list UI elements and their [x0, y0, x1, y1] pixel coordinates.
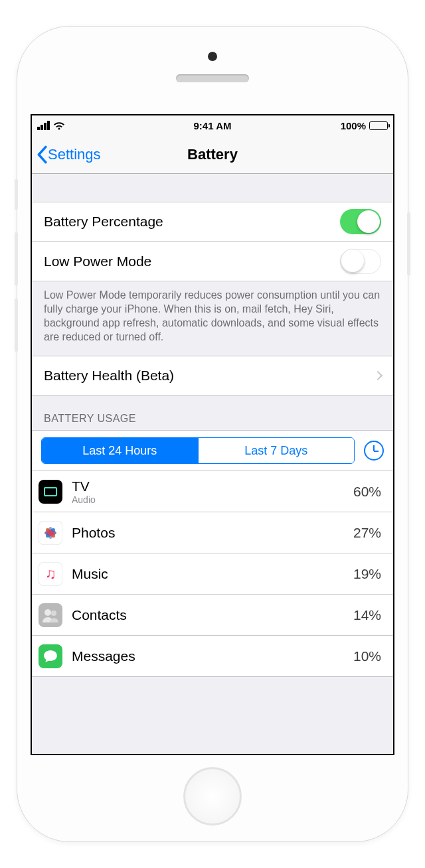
usage-app-name: Music — [72, 566, 353, 582]
battery-health-row[interactable]: Battery Health (Beta) — [32, 356, 393, 396]
usage-app-text: Contacts — [72, 607, 353, 623]
clock-detail-button[interactable] — [364, 441, 384, 461]
usage-app-text: Messages — [72, 648, 353, 664]
segment-last-7-days[interactable]: Last 7 Days — [198, 438, 355, 463]
navigation-bar: Settings Battery — [32, 135, 393, 174]
low-power-mode-row[interactable]: Low Power Mode — [32, 242, 393, 281]
battery-icon — [369, 121, 388, 130]
usage-row[interactable]: Messages10% — [32, 636, 393, 677]
usage-period-row: Last 24 Hours Last 7 Days — [32, 430, 393, 471]
messages-app-icon — [39, 644, 62, 668]
segment-last-24-hours[interactable]: Last 24 Hours — [42, 438, 198, 463]
chevron-right-icon — [373, 371, 382, 380]
usage-app-name: TV — [72, 478, 353, 494]
usage-app-percentage: 60% — [353, 484, 381, 500]
battery-percentage-label: Battery Percentage — [44, 214, 340, 230]
music-app-icon: ♫ — [39, 562, 62, 586]
ring-switch — [15, 179, 18, 210]
usage-app-sublabel: Audio — [72, 494, 353, 505]
iphone-device-frame: 9:41 AM 100% Settings Battery Battery Pe… — [17, 26, 408, 842]
battery-usage-header: BATTERY USAGE — [32, 396, 393, 430]
battery-percentage-toggle[interactable] — [340, 209, 381, 234]
front-camera — [208, 52, 217, 61]
usage-app-percentage: 27% — [353, 525, 381, 541]
status-time: 9:41 AM — [32, 120, 393, 131]
usage-row[interactable]: Contacts14% — [32, 595, 393, 636]
svg-point-9 — [51, 611, 56, 616]
svg-point-8 — [44, 609, 51, 616]
usage-app-percentage: 14% — [353, 607, 381, 623]
volume-down-button — [15, 299, 18, 352]
tv-app-icon — [39, 480, 62, 504]
usage-app-percentage: 19% — [353, 566, 381, 582]
usage-row[interactable]: Photos27% — [32, 512, 393, 553]
usage-app-name: Messages — [72, 648, 353, 664]
content-scroll[interactable]: Battery Percentage Low Power Mode Low Po… — [32, 174, 393, 754]
battery-health-label: Battery Health (Beta) — [44, 368, 375, 384]
home-button[interactable] — [183, 767, 242, 826]
low-power-mode-footer: Low Power Mode temporarily reduces power… — [32, 281, 393, 356]
usage-row[interactable]: TVAudio60% — [32, 471, 393, 512]
screen: 9:41 AM 100% Settings Battery Battery Pe… — [31, 114, 394, 755]
usage-app-name: Contacts — [72, 607, 353, 623]
earpiece-speaker — [176, 74, 249, 82]
usage-app-text: Music — [72, 566, 353, 582]
status-bar: 9:41 AM 100% — [32, 115, 393, 135]
contacts-app-icon — [39, 603, 62, 627]
usage-app-percentage: 10% — [353, 648, 381, 664]
usage-period-segmented: Last 24 Hours Last 7 Days — [41, 437, 355, 464]
power-button — [407, 212, 410, 275]
usage-row[interactable]: ♫Music19% — [32, 553, 393, 595]
usage-list: TVAudio60%Photos27%♫Music19%Contacts14%M… — [32, 471, 393, 677]
volume-up-button — [15, 232, 18, 285]
usage-app-text: Photos — [72, 525, 353, 541]
usage-app-name: Photos — [72, 525, 353, 541]
low-power-mode-toggle[interactable] — [340, 249, 381, 274]
low-power-mode-label: Low Power Mode — [44, 253, 340, 269]
photos-app-icon — [39, 521, 62, 545]
page-title: Battery — [32, 146, 393, 163]
usage-app-text: TVAudio — [72, 478, 353, 505]
battery-percentage-row[interactable]: Battery Percentage — [32, 202, 393, 242]
